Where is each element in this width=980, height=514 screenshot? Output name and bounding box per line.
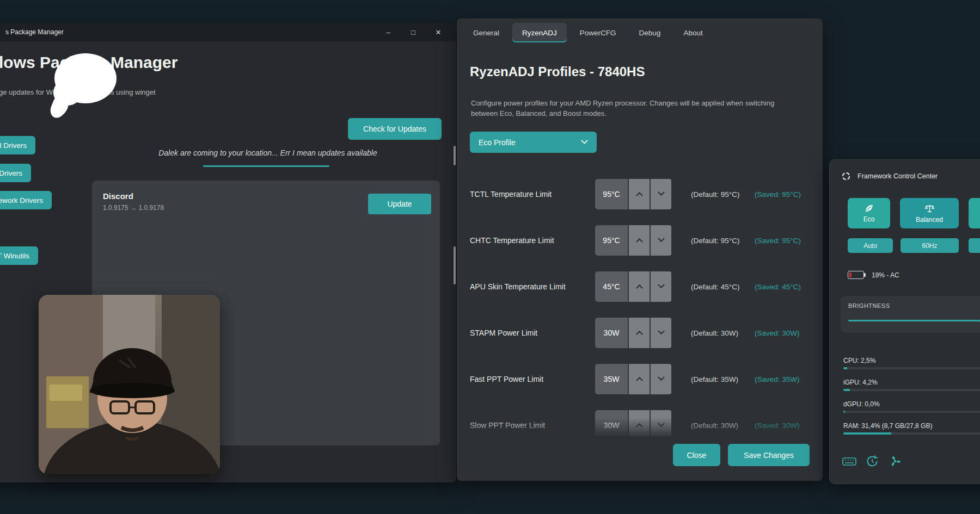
stat-bar [843,389,980,391]
chevron-up-icon [636,423,643,430]
spinner-value[interactable]: 95°C [595,179,628,209]
sidebar-button-ctt-winutils[interactable]: T Winutils [0,246,38,265]
param-row-fast-ppt: Fast PPT Power Limit 35W (Default: 35W) … [470,356,810,402]
desktop: s Package Manager – □ ✕ lows Package Man… [0,0,980,514]
chevron-down-icon [658,281,665,288]
stat-ram: RAM: 31,4% (8,7 GB/27,8 GB) [843,422,980,435]
spinner-value[interactable]: 35W [595,364,628,394]
save-changes-button[interactable]: Save Changes [728,444,810,466]
spinner-down-button[interactable] [650,271,671,302]
profile-dropdown[interactable]: Eco Profile [470,132,597,153]
check-for-updates-button[interactable]: Check for Updates [348,118,442,140]
spinner-down-button[interactable] [650,179,671,209]
chevron-down-icon [581,137,588,144]
balanced-mode-button[interactable]: Balanced [900,198,959,228]
chevron-up-icon [636,284,643,292]
param-saved-value: (Saved: 45°C) [755,282,801,290]
refresh-clock-icon [865,454,880,469]
spinner-up-button[interactable] [628,410,650,437]
stat-cpu: CPU: 2,5% [843,357,980,369]
scrollbar-thumb[interactable] [454,246,456,284]
panel-title: Framework Control Center [857,172,938,180]
chevron-up-icon [636,377,643,384]
value-spinner: 30W [595,318,672,348]
refresh-60hz-button[interactable]: 60Hz [901,238,959,253]
param-row-slow-ppt: Slow PPT Power Limit 30W (Default: 30W) … [470,402,810,436]
spinner-up-button[interactable] [628,271,650,302]
spinner-down-button[interactable] [650,364,671,394]
maximize-button[interactable]: □ [401,23,426,41]
fan-control-button[interactable] [886,453,904,470]
package-version: 1.0.9175 → 1.0.9178 [103,204,164,212]
spinner-up-button[interactable] [628,364,650,394]
stat-label: dGPU: 0,0% [843,400,980,408]
param-label: STAPM Power Limit [470,329,537,337]
sidebar-button-framework-drivers[interactable]: mework Drivers [0,191,52,209]
scales-icon [924,203,935,214]
brightness-fill [848,320,980,321]
param-label: TCTL Temperature Limit [470,190,552,199]
sidebar-button-amd-drivers[interactable]: D Drivers [0,164,31,182]
param-label: CHTC Temperature Limit [470,236,554,245]
refresh-auto-button[interactable]: Auto [848,238,893,253]
stat-bar [843,367,980,369]
param-label: Fast PPT Power Limit [470,375,543,383]
param-row-stapm: STAPM Power Limit 30W (Default: 30W) (Sa… [470,309,810,356]
keyboard-settings-button[interactable] [841,453,858,470]
refresh-button-partial[interactable] [969,238,980,253]
update-button[interactable]: Update [368,194,431,214]
section-title: RyzenADJ Profiles - 7840HS [470,64,645,79]
framework-logo-icon [842,172,850,181]
close-button[interactable]: ✕ [426,23,451,41]
leaf-icon [864,203,874,213]
stat-bar [843,411,980,413]
battery-icon [848,271,864,279]
spinner-up-button[interactable] [628,225,650,256]
window-title: s Package Manager [5,23,64,41]
framework-control-center-panel: Framework Control Center Eco Balanced Au… [829,159,980,484]
chevron-up-icon [636,192,643,199]
stat-label: CPU: 2,5% [843,357,980,364]
sidebar-button-intel-drivers[interactable]: el Drivers [0,136,35,154]
stat-label: RAM: 31,4% (8,7 GB/27,8 GB) [843,422,980,430]
spinner-down-button[interactable] [650,225,671,256]
param-default-value: (Default: 30W) [691,421,738,429]
scrollbar-thumb[interactable] [454,146,456,165]
value-spinner: 30W [595,410,672,437]
param-saved-value: (Saved: 95°C) [755,236,801,244]
spinner-up-button[interactable] [628,179,650,209]
tab-about[interactable]: About [673,23,712,42]
spinner-up-button[interactable] [628,318,650,348]
battery-text: 18% - AC [872,271,899,279]
chevron-down-icon [658,327,665,335]
spinner-value[interactable]: 30W [595,318,628,348]
close-dialog-button[interactable]: Close [673,444,720,466]
param-label: APU Skin Temperature Limit [470,282,566,291]
refresh-rate-button[interactable] [863,453,881,470]
value-spinner: 35W [595,364,672,394]
value-spinner: 45°C [595,271,672,302]
tab-ryzenadj[interactable]: RyzenADJ [512,23,567,42]
update-progress-bar [203,165,329,167]
boost-mode-button-partial[interactable] [969,198,980,228]
eco-mode-button[interactable]: Eco [848,198,890,228]
spinner-value[interactable]: 95°C [595,225,628,256]
window-controls: – □ ✕ [376,23,451,41]
spinner-value[interactable]: 45°C [595,271,628,302]
battery-fill [849,273,852,277]
tab-debug[interactable]: Debug [629,23,671,42]
section-description: Configure power profiles for your AMD Ry… [471,98,776,119]
stat-fill [843,389,850,391]
tab-general[interactable]: General [463,23,509,42]
spinner-value[interactable]: 30W [595,410,628,437]
brightness-slider[interactable] [848,320,980,321]
tab-powercfg[interactable]: PowerCFG [570,23,626,42]
stat-bar [843,432,980,435]
titlebar[interactable]: s Package Manager – □ ✕ [0,23,456,41]
spinner-down-button[interactable] [650,318,671,348]
keyboard-icon [842,454,857,469]
minimize-button[interactable]: – [376,23,401,41]
stat-label: iGPU: 4,2% [843,379,980,386]
param-row-apu-skin: APU Skin Temperature Limit 45°C (Default… [470,263,810,309]
spinner-down-button[interactable] [650,410,671,437]
